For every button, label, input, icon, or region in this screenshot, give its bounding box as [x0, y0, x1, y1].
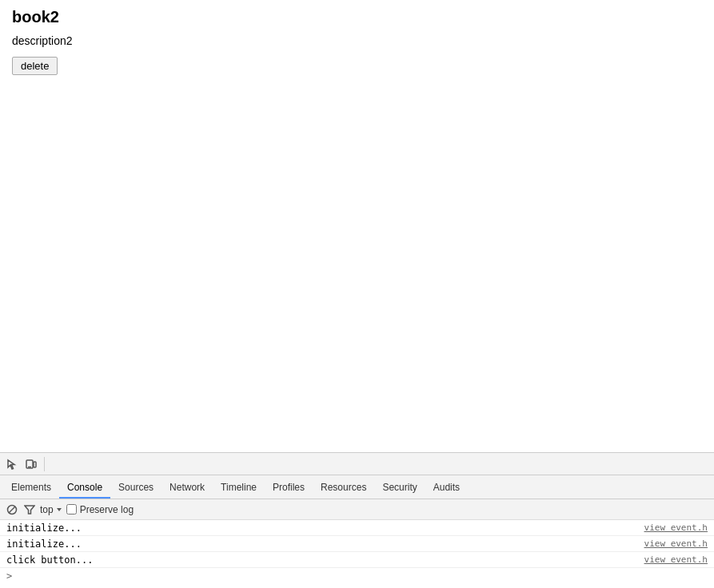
device-mode-icon[interactable] [22, 455, 40, 473]
page-description: description2 [12, 34, 702, 47]
svg-marker-6 [57, 508, 62, 511]
preserve-log-container[interactable]: Preserve log [66, 504, 134, 515]
log-entry-3: click button... view event.h [0, 552, 714, 568]
clear-console-icon[interactable] [5, 503, 19, 517]
log-text-3: click button... [6, 554, 93, 566]
tab-resources[interactable]: Resources [313, 478, 374, 499]
filter-dropdown[interactable]: top [40, 504, 63, 515]
devtools-panel: Elements Console Sources Network Timelin… [0, 452, 714, 588]
svg-rect-1 [34, 462, 36, 467]
inspect-element-icon[interactable] [3, 455, 21, 473]
tab-profiles[interactable]: Profiles [265, 478, 313, 499]
tab-console[interactable]: Console [59, 478, 110, 499]
preserve-log-checkbox[interactable] [66, 504, 77, 514]
page-title: book2 [12, 8, 702, 26]
toolbar-separator [44, 457, 45, 471]
svg-marker-5 [25, 506, 34, 514]
log-entry-2: initialize... view event.h [0, 536, 714, 552]
filter-text: top [40, 504, 54, 515]
log-link-3[interactable]: view event.h [644, 554, 708, 565]
tab-network[interactable]: Network [162, 478, 213, 499]
tab-timeline[interactable]: Timeline [213, 478, 265, 499]
console-toolbar: top Preserve log [0, 499, 714, 520]
log-text-1: initialize... [6, 522, 82, 534]
filter-icon[interactable] [22, 503, 37, 517]
main-content: book2 description2 delete [0, 0, 714, 452]
devtools-tabs: Elements Console Sources Network Timelin… [0, 475, 714, 499]
log-link-1[interactable]: view event.h [644, 522, 708, 533]
console-prompt[interactable]: > [0, 568, 714, 584]
delete-button[interactable]: delete [12, 57, 58, 75]
devtools-toolbar-icons [0, 453, 714, 475]
log-entry-1: initialize... view event.h [0, 520, 714, 536]
svg-line-4 [9, 507, 15, 513]
tab-elements[interactable]: Elements [3, 478, 59, 499]
prompt-arrow: > [6, 570, 12, 582]
tab-sources[interactable]: Sources [110, 478, 162, 499]
log-link-2[interactable]: view event.h [644, 538, 708, 549]
tab-security[interactable]: Security [374, 478, 425, 499]
preserve-log-label: Preserve log [80, 504, 134, 515]
tab-audits[interactable]: Audits [425, 478, 468, 499]
log-text-2: initialize... [6, 538, 82, 550]
console-log: initialize... view event.h initialize...… [0, 520, 714, 588]
